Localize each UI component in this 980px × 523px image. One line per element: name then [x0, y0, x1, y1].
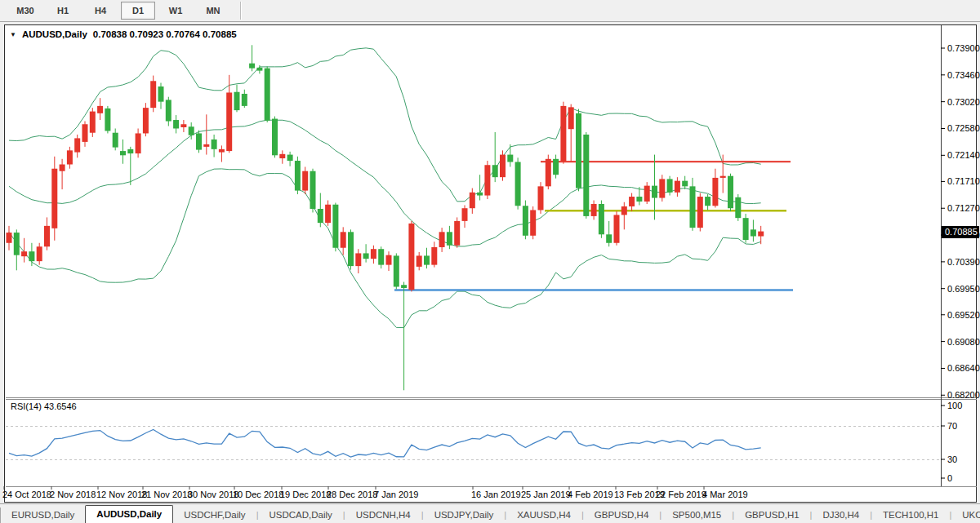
candle	[758, 226, 764, 244]
candle	[462, 205, 468, 228]
price-axis[interactable]: 0.739000.734600.730200.725800.721400.717…	[941, 43, 980, 400]
symbol-dropdown-icon[interactable]: ▼	[10, 31, 16, 38]
tab-usdcnh-h4[interactable]: USDCNH,H4	[345, 507, 421, 523]
candle	[568, 104, 574, 162]
svg-text:0.73900: 0.73900	[947, 43, 980, 53]
svg-text:30 Nov 2018: 30 Nov 2018	[188, 490, 238, 499]
tab-usdjpy-daily[interactable]: USDJPY,Daily	[424, 507, 505, 523]
tab-xauusd-h4[interactable]: XAUUSD,H4	[506, 507, 581, 523]
candle	[37, 243, 42, 265]
svg-text:0.68640: 0.68640	[947, 363, 980, 373]
svg-text:0.69080: 0.69080	[947, 337, 980, 347]
candle	[553, 155, 559, 179]
candle	[424, 248, 430, 268]
candle	[302, 166, 308, 194]
tab-dj30-h4[interactable]: DJ30,H4	[812, 507, 870, 523]
candle	[318, 193, 323, 228]
candle	[173, 115, 179, 133]
candle	[348, 229, 354, 269]
candle	[507, 144, 513, 167]
svg-text:10 Dec 2018: 10 Dec 2018	[233, 490, 283, 499]
candle	[751, 219, 756, 242]
tab-audusd-daily[interactable]: AUDUSD,Daily	[85, 505, 173, 523]
candle	[90, 108, 96, 137]
svg-text:12 Nov 2018: 12 Nov 2018	[96, 490, 147, 499]
candle	[621, 202, 627, 230]
candle	[576, 109, 581, 192]
candle	[67, 147, 73, 169]
chart-title: ▼ AUDUSD,Daily 0.70838 0.70923 0.70764 0…	[10, 29, 237, 39]
svg-text:4 Feb 2019: 4 Feb 2019	[568, 490, 613, 499]
candle	[29, 243, 34, 266]
candle	[477, 175, 483, 200]
candle	[7, 226, 12, 250]
svg-text:19 Dec 2018: 19 Dec 2018	[280, 490, 331, 499]
svg-text:100: 100	[947, 401, 962, 410]
svg-text:22 Feb 2019: 22 Feb 2019	[656, 490, 706, 499]
tab-gbpusd-h1[interactable]: GBPUSD,H1	[734, 507, 809, 523]
svg-text:0.73020: 0.73020	[947, 97, 980, 107]
candle	[416, 252, 422, 270]
tab-gbpusd-h4[interactable]: GBPUSD,H4	[584, 507, 659, 523]
candle	[697, 193, 703, 232]
svg-text:16 Jan 2019: 16 Jan 2019	[471, 490, 521, 499]
candle	[591, 201, 597, 220]
candle	[431, 242, 437, 267]
svg-text:0.70390: 0.70390	[947, 257, 980, 267]
candle	[60, 159, 65, 189]
candle	[515, 157, 521, 209]
candle	[583, 132, 589, 219]
tab-ukc[interactable]: UKC	[951, 507, 980, 523]
tab-usdchf-daily[interactable]: USDCHF,Daily	[173, 507, 256, 523]
candle	[500, 150, 506, 180]
candle	[120, 140, 126, 164]
rsi-axis: 10070300	[941, 401, 962, 483]
rsi-line	[9, 429, 761, 457]
candle	[447, 226, 452, 249]
svg-text:7 Jan 2019: 7 Jan 2019	[374, 490, 418, 499]
svg-text:0.73460: 0.73460	[947, 70, 980, 80]
candle	[51, 157, 57, 241]
rsi-indicator-label: RSI(14) 43.6546	[11, 401, 77, 411]
current-price-badge: 0.70885	[942, 226, 979, 238]
candle	[21, 238, 27, 263]
svg-text:0.71270: 0.71270	[947, 203, 980, 213]
candle	[690, 178, 696, 231]
svg-text:25 Jan 2019: 25 Jan 2019	[521, 490, 571, 499]
candle	[492, 132, 498, 182]
svg-text:4 Mar 2019: 4 Mar 2019	[702, 490, 748, 499]
candle	[180, 120, 186, 132]
chart-canvas[interactable]: 0.739000.734600.730200.725800.721400.717…	[0, 0, 980, 523]
candle	[113, 128, 118, 150]
candle	[332, 203, 338, 252]
candle	[659, 175, 665, 202]
svg-text:0.69520: 0.69520	[947, 310, 980, 320]
svg-text:0.72580: 0.72580	[947, 123, 980, 133]
candle	[272, 117, 278, 158]
candle	[310, 169, 316, 213]
tab-eurusd-daily[interactable]: EURUSD,Daily	[1, 507, 85, 523]
symbol-tabbar: EURUSD,DailyAUDUSD,DailyUSDCHF,Daily|USD…	[0, 503, 980, 523]
candles-layer[interactable]	[7, 45, 764, 390]
candle	[105, 106, 110, 134]
candle	[249, 45, 255, 71]
candle	[560, 102, 566, 164]
candle	[530, 206, 536, 239]
candle	[325, 201, 331, 226]
tab-sp500-m15[interactable]: SP500,M15	[662, 507, 732, 523]
candle	[234, 85, 240, 113]
candle	[341, 227, 346, 255]
date-axis[interactable]: 24 Oct 20182 Nov 201812 Nov 201821 Nov 2…	[2, 486, 748, 499]
candle	[196, 131, 202, 153]
candle	[720, 155, 726, 193]
candle	[629, 193, 635, 211]
candle	[523, 201, 528, 240]
candle	[606, 221, 612, 246]
svg-text:0.71710: 0.71710	[947, 176, 980, 186]
candle	[705, 194, 710, 210]
candle	[538, 182, 544, 214]
tab-tech100-h1[interactable]: TECH100,H1	[872, 507, 949, 523]
tab-usdcad-daily[interactable]: USDCAD,Daily	[258, 507, 342, 523]
svg-text:21 Nov 2018: 21 Nov 2018	[141, 490, 192, 499]
svg-text:0: 0	[947, 473, 952, 483]
